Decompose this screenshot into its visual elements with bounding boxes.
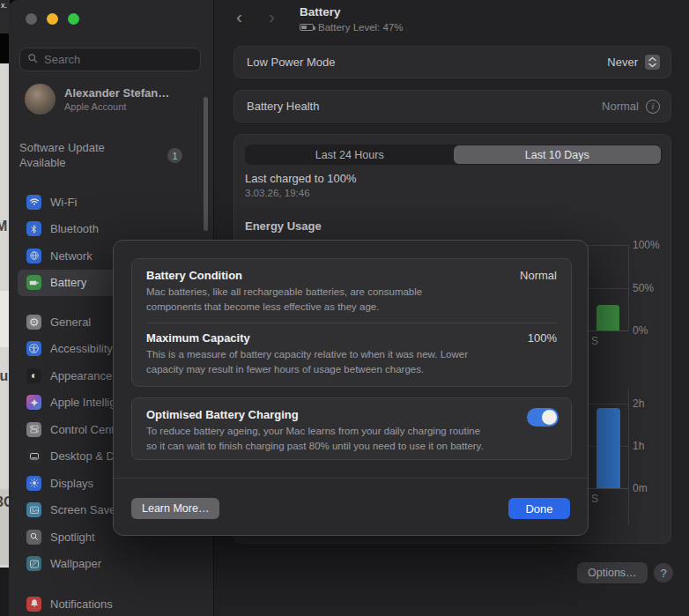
search-placeholder: Search (44, 53, 80, 66)
minimize-button[interactable] (47, 13, 58, 25)
bluetooth-icon (26, 221, 41, 236)
screen-on-usage-chart: 2h1h0mS (587, 397, 672, 529)
dialog-footer-divider (114, 478, 588, 479)
avatar (25, 84, 56, 115)
software-update-badge: 1 (167, 148, 182, 163)
optimised-charging-section: Optimised Battery Charging To reduce bat… (131, 397, 572, 460)
close-button[interactable] (26, 13, 37, 25)
last-charged-text: Last charged to 100% (245, 172, 356, 185)
maximum-capacity-title: Maximum Capacity (146, 331, 528, 345)
wallpaper-icon (26, 556, 41, 571)
chart-bar (596, 305, 619, 330)
sidebar-item-wallpaper[interactable]: Wallpaper (18, 551, 205, 578)
chart-tick-label: 1h (633, 441, 644, 451)
time-range-segmented-control: Last 24 HoursLast 10 Days (245, 145, 662, 165)
battery-condition-title: Battery Condition (146, 269, 520, 282)
battery-condition-section: Battery Condition Normal Mac batteries, … (131, 258, 572, 387)
optimised-charging-title: Optimised Battery Charging (146, 408, 513, 421)
chart-gridline (587, 330, 628, 331)
appearance-icon: ◐ (26, 368, 41, 383)
low-power-mode-row: Low Power Mode Never (233, 46, 671, 78)
account-subtitle: Apple Account (64, 100, 169, 113)
sidebar-item-label: Wi-Fi (50, 196, 77, 209)
chart-gridline (587, 488, 628, 489)
globe-icon (26, 249, 41, 263)
sidebar-item-software-update[interactable]: Software Update Available (19, 140, 152, 170)
battery-health-value: Normal (602, 100, 639, 113)
low-power-mode-label: Low Power Mode (247, 56, 607, 69)
dialog-section-divider (146, 323, 557, 323)
energy-usage-title: Energy Usage (245, 219, 322, 233)
last-charged-time: 3.03.26, 19:46 (245, 188, 310, 198)
screen: x. M lu 3C Search (0, 0, 689, 616)
background-text-fragment: M (0, 219, 7, 234)
optimised-charging-toggle[interactable] (527, 408, 559, 427)
magnifier-icon (26, 530, 41, 545)
optimised-charging-desc: To reduce battery ageing, your Mac learn… (146, 424, 557, 453)
tab-last-24-hours[interactable]: Last 24 Hours (246, 145, 454, 164)
maximum-capacity-value: 100% (528, 331, 557, 345)
chart-axis-line (628, 245, 629, 330)
chart-gridline (587, 245, 628, 246)
sidebar-item-label: Displays (50, 477, 93, 490)
zoom-button[interactable] (68, 13, 79, 25)
account-row[interactable]: Alexander Stefan… Apple Account (25, 84, 169, 115)
sidebar-item-label: Notifications (50, 597, 113, 611)
battery-icon (26, 275, 41, 290)
chart-gridline (587, 404, 628, 404)
traffic-lights (26, 13, 79, 25)
options-button[interactable]: Options… (577, 562, 648, 583)
low-power-mode-stepper[interactable] (645, 55, 660, 70)
done-button[interactable]: Done (508, 498, 570, 519)
sidebar-item-label: Screen Saver (50, 503, 120, 516)
chart-bar (596, 408, 620, 488)
toggles-icon (26, 422, 41, 437)
search-input[interactable]: Search (19, 48, 201, 71)
battery-level-subtitle: Battery Level: 47% (300, 22, 404, 33)
tab-last-10-days[interactable]: Last 10 Days (454, 145, 662, 164)
sidebar-item-wi-fi[interactable]: Wi-Fi (18, 189, 205, 216)
back-button[interactable]: ‹ (236, 7, 242, 26)
sidebar-scrollbar[interactable] (204, 97, 208, 231)
battery-health-dialog: Battery Condition Normal Mac batteries, … (113, 240, 589, 536)
sidebar-item-bluetooth[interactable]: Bluetooth (18, 216, 205, 243)
page-title: Battery (300, 5, 341, 19)
low-power-mode-value: Never (607, 56, 638, 69)
battery-level-chart: 100%50%0%S (587, 238, 672, 349)
battery-condition-desc: Mac batteries, like all rechargeable bat… (146, 285, 557, 314)
sun-icon (26, 476, 41, 491)
chart-category-label: S (591, 493, 598, 505)
help-button[interactable]: ? (654, 563, 673, 583)
chart-tick-label: 0% (633, 325, 648, 336)
account-name: Alexander Stefan… (64, 86, 169, 100)
chart-axis-line (628, 389, 629, 525)
software-update-label: Software Update Available (19, 141, 105, 169)
battery-condition-value: Normal (520, 269, 557, 282)
sidebar-item-label: Battery (50, 276, 86, 289)
battery-health-row: Battery Health Normal i (233, 90, 671, 122)
chart-tick-label: 2h (633, 398, 644, 409)
sidebar-item-label: Bluetooth (50, 222, 99, 235)
chart-tick-label: 0m (633, 483, 648, 494)
battery-health-label: Battery Health (247, 100, 602, 113)
gear-icon: ⚙ (26, 315, 41, 330)
chart-gridline (587, 288, 628, 289)
sidebar-item-label: General (50, 315, 91, 329)
background-window-title-fragment: x. (1, 1, 7, 10)
battery-level-text: Battery Level: 47% (318, 22, 404, 33)
maximum-capacity-desc: This is a measure of battery capacity re… (146, 347, 557, 376)
chart-tick-label: 50% (633, 283, 654, 293)
learn-more-button[interactable]: Learn More… (131, 498, 219, 519)
accessibility-icon (26, 341, 41, 356)
bell-icon (26, 597, 41, 612)
sidebar-item-notifications[interactable]: Notifications (18, 590, 205, 616)
chart-category-label: S (591, 335, 598, 347)
sidebar-nav-group: Notifications (18, 590, 205, 616)
sparkle-icon (26, 395, 41, 410)
sidebar-item-label: Accessibility (50, 342, 113, 355)
chart-tick-label: 100% (633, 240, 660, 250)
info-icon[interactable]: i (646, 100, 660, 114)
sidebar-item-label: Spotlight (50, 531, 95, 544)
toggle-knob (542, 410, 557, 425)
forward-button[interactable]: › (269, 7, 275, 26)
